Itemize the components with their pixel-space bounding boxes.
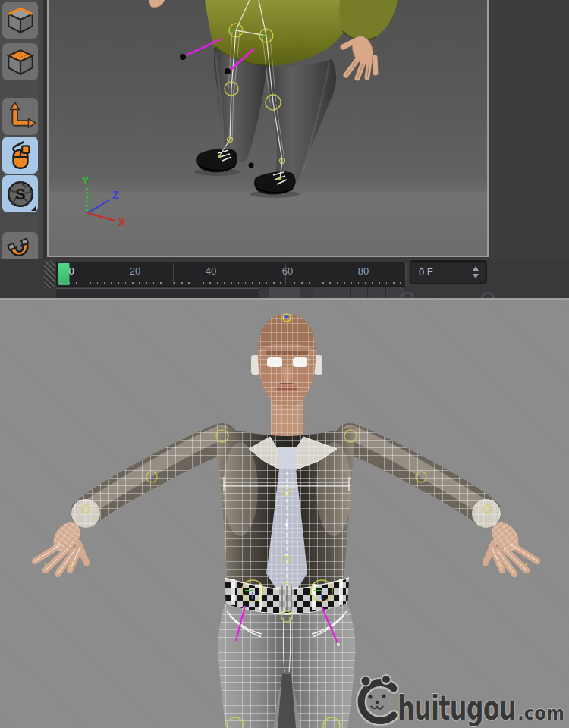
cropped-round-button <box>481 292 495 298</box>
shoe-left <box>196 149 237 172</box>
mouse-icon <box>5 139 36 172</box>
watermark-brand-text: huitugou <box>398 688 516 728</box>
watermark-suffix-text: .com <box>517 703 564 724</box>
screenshot-root: S <box>0 0 569 728</box>
arm-left <box>35 432 222 574</box>
cropped-round-button <box>401 292 414 298</box>
watermark-logo: huitugou .com <box>361 675 565 728</box>
mouse-interaction-button[interactable] <box>2 136 39 174</box>
hand-right <box>343 33 376 78</box>
axis-y-label: Y <box>82 174 90 187</box>
wireframe-character <box>35 314 537 728</box>
timeline-bar: 0 20 40 60 80 0 F <box>0 259 569 298</box>
axis-x-label: X <box>118 216 126 228</box>
cropped-button[interactable] <box>269 287 300 298</box>
side-panel-empty <box>489 0 569 259</box>
current-frame-value: 0 F <box>419 266 433 278</box>
3d-viewport[interactable]: Y Z X <box>47 0 489 257</box>
timeline-ruler[interactable]: 0 20 40 60 80 <box>56 262 407 287</box>
spinner-down-icon[interactable] <box>473 274 479 278</box>
axis-gizmo: Y Z X <box>82 174 126 228</box>
render-preview: huitugou .com <box>0 298 569 728</box>
cube-edge-highlight-icon <box>5 4 36 37</box>
flyout-indicator <box>31 206 36 211</box>
cropped-button-group[interactable] <box>314 287 404 298</box>
shoe-right <box>254 171 296 194</box>
axis-arrows-icon <box>5 100 36 133</box>
cropped-ruler-row <box>56 288 259 298</box>
viewport-scene: Y Z X <box>49 0 487 256</box>
spinner-up-icon[interactable] <box>473 266 479 271</box>
frame-tick-label: 80 <box>358 265 369 277</box>
cube-polygon-mode-button[interactable] <box>2 42 39 81</box>
current-frame-field[interactable]: 0 F <box>410 260 487 284</box>
frame-tick-label: 40 <box>206 265 216 277</box>
panel-grip-handle[interactable] <box>44 261 55 288</box>
left-toolbar: S <box>0 0 43 298</box>
wireframe-scene: huitugou .com <box>0 300 569 728</box>
mascot-c-icon <box>361 675 396 720</box>
s-shutter-button[interactable]: S <box>2 174 39 213</box>
editor-panel: S <box>0 0 569 298</box>
head <box>251 314 322 408</box>
frame-tick-marks <box>61 282 403 284</box>
frame-spinner-arrows[interactable] <box>471 265 480 280</box>
s-glyph: S <box>15 186 25 202</box>
frame-tick-label: 20 <box>130 265 140 277</box>
cube-edge-mode-button[interactable] <box>2 1 39 39</box>
hand-sliver <box>149 0 165 8</box>
cube-face-highlight-icon <box>5 46 36 79</box>
frame-tick-label: 0 <box>68 265 74 277</box>
arm-right <box>350 432 537 574</box>
workplane-axis-button[interactable] <box>2 97 39 136</box>
frame-tick-label: 60 <box>282 265 293 277</box>
axis-z-label: Z <box>112 189 119 201</box>
